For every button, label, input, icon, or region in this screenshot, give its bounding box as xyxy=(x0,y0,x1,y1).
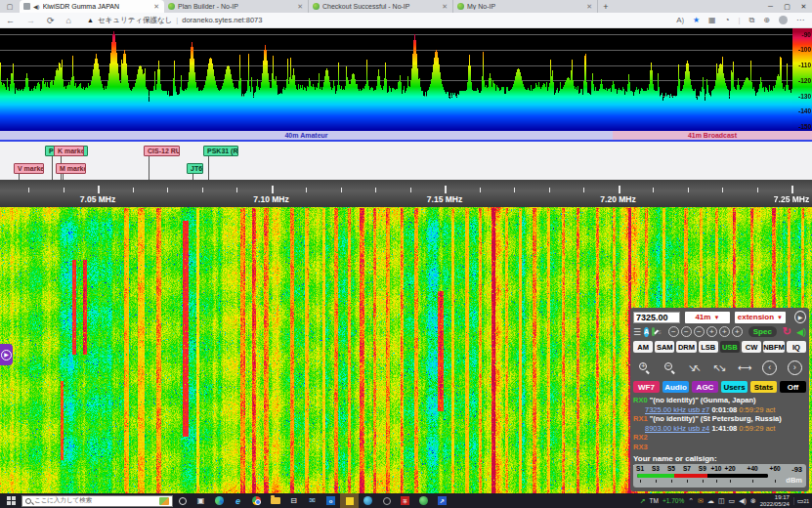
dx-marker-label[interactable]: K marker xyxy=(54,146,84,156)
forward-button[interactable]: → xyxy=(21,16,41,25)
mode-button-sam[interactable]: SAM xyxy=(655,341,674,353)
history-icon[interactable]: ◔ xyxy=(725,16,730,24)
minimize-button[interactable]: ─ xyxy=(762,0,779,13)
chrome-icon[interactable] xyxy=(247,493,266,508)
internet-explorer-icon[interactable]: e xyxy=(229,493,247,508)
edit-colormap-icon[interactable] xyxy=(652,327,655,336)
browser-tab[interactable]: My No-IP✕ xyxy=(453,0,598,13)
colormap-rotate-icon[interactable]: ↻ xyxy=(783,326,791,337)
browser-tab[interactable]: Plan Builder - No-IP✕ xyxy=(164,0,309,13)
address-bar[interactable]: ▲ セキュリティ保護なし | doraneko.sytes.net:8073 xyxy=(87,16,676,25)
mail-icon[interactable]: ✉ xyxy=(303,493,321,508)
dx-marker-label[interactable]: JT65 xyxy=(187,163,203,174)
mode-button-usb[interactable]: USB xyxy=(720,341,740,353)
panel-tab-agc[interactable]: AGC xyxy=(692,381,718,393)
start-button[interactable] xyxy=(0,496,21,505)
tab-close-icon[interactable]: ✕ xyxy=(152,3,160,11)
dx-marker-label[interactable]: V marker xyxy=(14,163,44,174)
panel-tab-stats[interactable]: Stats xyxy=(750,381,777,393)
edge-icon[interactable] xyxy=(210,493,229,508)
launcher-app-icon[interactable]: ↗ xyxy=(433,493,451,508)
tab-search-button[interactable]: ▢ xyxy=(0,0,20,13)
dx-marker-label[interactable]: M marker xyxy=(56,163,86,174)
browser-extension-icon[interactable]: ⊕ xyxy=(763,16,770,24)
mode-button-iq[interactable]: IQ xyxy=(787,341,806,353)
tab-close-icon[interactable]: ✕ xyxy=(441,3,449,11)
taskbar-search-input[interactable]: ここに入力して検索 xyxy=(21,495,173,507)
shift-right-button[interactable]: › xyxy=(784,357,805,378)
cortana-icon[interactable] xyxy=(173,493,192,508)
panel-tab-audio[interactable]: Audio xyxy=(662,381,689,393)
panel-tab-wf7[interactable]: WF7 xyxy=(633,381,660,393)
shift-left-button[interactable]: ‹ xyxy=(759,357,781,378)
panel-tab-off[interactable]: Off xyxy=(780,381,806,393)
frequency-scale[interactable]: 7.05 MHz7.10 MHz7.15 MHz7.20 MHz7.25 MHz xyxy=(0,180,812,207)
accessibility-icon[interactable]: A xyxy=(644,327,649,337)
play-button[interactable]: ▶ xyxy=(794,311,806,323)
onedrive-icon[interactable]: ☁ xyxy=(707,497,714,505)
wf-min-icon[interactable]: − xyxy=(681,326,692,337)
favorite-star-icon[interactable]: ★ xyxy=(693,16,700,24)
show-hidden-icons[interactable]: ⌃ xyxy=(688,497,694,505)
dx-marker-label[interactable]: PSK31 (R2) xyxy=(203,146,238,156)
refresh-button[interactable]: ⟳ xyxy=(41,16,61,25)
close-button[interactable]: ✕ xyxy=(795,0,812,13)
band-select[interactable]: 41m▼ xyxy=(685,312,730,323)
spectrum-display[interactable]: -90-100-110-120-130-140-150 xyxy=(0,28,812,131)
browser-menu-icon[interactable]: ⋯ xyxy=(796,16,804,24)
extension-select[interactable]: extension▼ xyxy=(735,312,786,323)
dell-app-icon[interactable] xyxy=(377,493,396,508)
fudeoh-app-icon[interactable]: 筆 xyxy=(396,493,414,508)
zoom-max-out-icon[interactable]: ↖↘ xyxy=(709,357,731,378)
zoom-in-button[interactable]: + xyxy=(634,357,656,378)
wf-plus-icon[interactable]: + xyxy=(719,326,730,337)
browser-tab[interactable]: Checkout Successful - No-IP✕ xyxy=(309,0,453,13)
back-button[interactable]: ← xyxy=(0,16,21,25)
rx-frequency-link[interactable]: 8903.00 kHz usb z4 xyxy=(645,424,709,433)
taskbar-clock[interactable]: 19:17 2022/05/24 xyxy=(760,494,790,508)
store-icon[interactable]: ⊟ xyxy=(284,493,303,508)
tab-audio-icon[interactable]: ◀) xyxy=(33,3,40,10)
zoom-out-button[interactable]: − xyxy=(660,357,681,378)
maximize-button[interactable]: ▢ xyxy=(779,0,795,13)
spec-button[interactable]: Spec xyxy=(748,326,777,337)
tab-close-icon[interactable]: ✕ xyxy=(585,3,593,11)
mode-button-lsb[interactable]: LSB xyxy=(699,341,718,353)
band-label[interactable]: 40m Amateur xyxy=(0,131,613,140)
tray-window-icon[interactable]: ◫ xyxy=(718,497,725,505)
wf-plus-icon[interactable]: + xyxy=(732,326,743,337)
browser-tab[interactable]: ◀)KiwiSDR Gumma JAPAN✕ xyxy=(20,0,164,13)
mode-button-am[interactable]: AM xyxy=(633,341,653,353)
wf-min-icon[interactable]: − xyxy=(694,326,705,337)
wf-plus-icon[interactable]: + xyxy=(706,326,717,337)
outlook-icon[interactable]: o xyxy=(321,493,340,508)
home-button[interactable]: ⌂ xyxy=(61,16,77,25)
frequency-input[interactable] xyxy=(633,312,680,323)
mode-button-drm[interactable]: DRM xyxy=(676,341,696,353)
wf-min-icon[interactable]: − xyxy=(668,326,679,337)
tray-mail-icon[interactable]: ✉ xyxy=(698,497,704,505)
panel-tab-users[interactable]: Users xyxy=(721,381,748,393)
file-explorer-icon[interactable] xyxy=(266,493,284,508)
dx-marker-label[interactable]: CIS-12 RUS xyxy=(144,146,180,156)
green-app-icon[interactable] xyxy=(414,493,433,508)
page-freq-icon[interactable]: ⟷ xyxy=(734,357,755,378)
spectrum-canvas[interactable] xyxy=(0,28,792,131)
tray-close-icon[interactable]: ⊗ xyxy=(750,497,756,505)
network-icon[interactable]: ▭ xyxy=(729,497,736,505)
tab-close-icon[interactable]: ✕ xyxy=(296,3,304,11)
band-label[interactable]: 41m Broadcast xyxy=(613,131,812,140)
profile-avatar[interactable] xyxy=(779,16,788,24)
mode-button-nbfm[interactable]: NBFM xyxy=(763,341,785,353)
new-tab-button[interactable]: + xyxy=(598,0,614,13)
volume-icon[interactable]: ◀) xyxy=(739,497,747,505)
panel-toggle-button[interactable]: ▶ xyxy=(0,344,13,365)
menu-icon[interactable]: ☰ xyxy=(633,327,641,337)
read-aloud-icon[interactable]: A) xyxy=(676,16,684,24)
task-view-icon[interactable]: ▣ xyxy=(192,493,210,508)
globe-app-icon[interactable] xyxy=(359,493,377,508)
collections-icon[interactable]: ⧉ xyxy=(749,16,755,25)
mode-button-cw[interactable]: CW xyxy=(742,341,761,353)
sticky-notes-icon[interactable] xyxy=(340,493,359,508)
zoom-to-band-icon[interactable]: ↘↖ xyxy=(684,357,705,378)
